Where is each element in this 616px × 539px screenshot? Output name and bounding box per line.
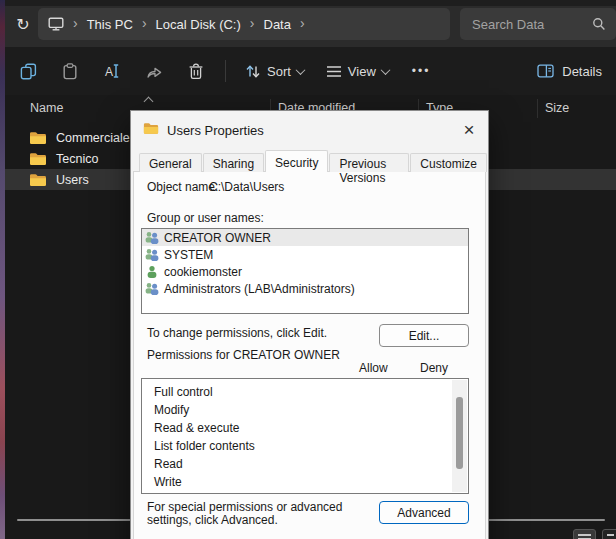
group-user-names-list[interactable]: CREATOR OWNER SYSTEM cookiemonster Admin… bbox=[141, 228, 469, 314]
user-icon bbox=[144, 265, 160, 279]
principal-name: Administrators (LAB\Administrators) bbox=[164, 282, 355, 296]
object-name-label: Object name: bbox=[147, 180, 218, 194]
advanced-note: For special permissions or advanced sett… bbox=[147, 501, 375, 527]
details-pane-button[interactable]: Details bbox=[537, 64, 602, 79]
group-user-names-label: Group or user names: bbox=[147, 211, 264, 225]
users-properties-dialog: Users Properties × General Sharing Secur… bbox=[130, 110, 489, 539]
principal-name: SYSTEM bbox=[164, 248, 213, 262]
paste-button[interactable] bbox=[49, 53, 91, 89]
principal-creator-owner[interactable]: CREATOR OWNER bbox=[142, 229, 468, 246]
view-button[interactable]: View bbox=[315, 53, 400, 89]
svg-text:A: A bbox=[105, 65, 113, 79]
view-icon bbox=[326, 65, 342, 78]
file-name: Users bbox=[56, 173, 89, 187]
permissions-scrollbar-thumb[interactable] bbox=[456, 397, 463, 469]
group-icon bbox=[144, 248, 160, 262]
delete-button[interactable] bbox=[175, 53, 217, 89]
share-icon bbox=[146, 64, 163, 79]
chevron-down-icon bbox=[295, 65, 305, 75]
window-top-edge bbox=[5, 0, 616, 6]
tab-general[interactable]: General bbox=[139, 153, 202, 172]
list-view-toggle-button[interactable] bbox=[573, 529, 596, 539]
sort-button[interactable]: Sort bbox=[234, 53, 315, 89]
chevron-down-icon bbox=[380, 65, 390, 75]
permission-read[interactable]: Read bbox=[142, 455, 468, 473]
details-view-icon bbox=[607, 534, 614, 536]
principal-name: CREATOR OWNER bbox=[164, 231, 271, 245]
paste-icon bbox=[62, 63, 78, 80]
tab-security[interactable]: Security bbox=[265, 150, 328, 172]
view-label: View bbox=[348, 64, 376, 79]
search-box[interactable]: Search Data bbox=[460, 8, 616, 40]
permission-list-folder-contents[interactable]: List folder contents bbox=[142, 437, 468, 455]
column-header-name[interactable]: Name bbox=[30, 101, 63, 115]
list-view-icon bbox=[578, 534, 591, 536]
sort-icon bbox=[245, 64, 261, 79]
permission-modify[interactable]: Modify bbox=[142, 401, 468, 419]
advanced-button[interactable]: Advanced bbox=[379, 501, 469, 524]
breadcrumb-chevron-icon: › bbox=[142, 16, 147, 30]
this-pc-icon bbox=[48, 17, 64, 31]
dialog-tab-strip: General Sharing Security Previous Versio… bbox=[139, 153, 488, 172]
deny-column-label: Deny bbox=[420, 361, 448, 375]
folder-icon bbox=[29, 173, 47, 187]
toolbar-divider bbox=[225, 60, 226, 82]
more-options-button[interactable]: ••• bbox=[400, 64, 443, 78]
tab-sharing[interactable]: Sharing bbox=[203, 153, 264, 172]
copy-button[interactable] bbox=[7, 53, 49, 89]
details-pane-icon bbox=[537, 64, 554, 78]
search-placeholder: Search Data bbox=[472, 17, 592, 32]
search-icon bbox=[592, 17, 606, 31]
breadcrumb-local-disk-c[interactable]: Local Disk (C:) bbox=[156, 17, 241, 32]
permission-write[interactable]: Write bbox=[142, 473, 468, 491]
principal-name: cookiemonster bbox=[164, 265, 242, 279]
tab-previous-versions[interactable]: Previous Versions bbox=[329, 153, 409, 172]
address-bar-row: ↻ › This PC › Local Disk (C:) › Data › S… bbox=[5, 0, 616, 47]
close-icon[interactable]: × bbox=[456, 117, 482, 143]
edit-note: To change permissions, click Edit. bbox=[147, 326, 327, 340]
details-label: Details bbox=[562, 64, 602, 79]
rename-icon: A bbox=[103, 63, 121, 79]
principal-cookiemonster[interactable]: cookiemonster bbox=[142, 263, 468, 280]
details-view-toggle-button[interactable] bbox=[602, 529, 616, 539]
breadcrumb-chevron-icon: › bbox=[73, 16, 78, 30]
folder-icon bbox=[29, 131, 47, 145]
permission-special[interactable]: Special permissions bbox=[142, 491, 468, 494]
principal-system[interactable]: SYSTEM bbox=[142, 246, 468, 263]
permissions-list[interactable]: Full control Modify Read & execute List … bbox=[141, 378, 469, 494]
copy-icon bbox=[20, 63, 37, 80]
column-divider[interactable] bbox=[537, 99, 538, 118]
permission-read-execute[interactable]: Read & execute bbox=[142, 419, 468, 437]
address-bar[interactable]: › This PC › Local Disk (C:) › Data › bbox=[38, 8, 450, 40]
breadcrumb-chevron-icon: › bbox=[300, 16, 305, 30]
group-icon bbox=[144, 282, 160, 296]
dialog-title-bar: Users Properties × bbox=[131, 111, 488, 149]
trash-icon bbox=[188, 63, 204, 80]
breadcrumb-this-pc[interactable]: This PC bbox=[87, 17, 133, 32]
permissions-for-label: Permissions for CREATOR OWNER bbox=[147, 349, 347, 362]
dialog-title: Users Properties bbox=[167, 123, 264, 138]
share-button[interactable] bbox=[133, 53, 175, 89]
group-icon bbox=[144, 231, 160, 245]
breadcrumb-data[interactable]: Data bbox=[264, 17, 291, 32]
permissions-scrollbar[interactable] bbox=[452, 380, 467, 492]
object-name-value: C:\Data\Users bbox=[209, 180, 284, 194]
command-bar: A bbox=[5, 47, 616, 95]
permission-full-control[interactable]: Full control bbox=[142, 383, 468, 401]
file-name: Commerciale bbox=[56, 131, 130, 145]
column-header-size[interactable]: Size bbox=[545, 101, 569, 115]
edit-button[interactable]: Edit... bbox=[379, 324, 469, 347]
rename-button[interactable]: A bbox=[91, 53, 133, 89]
allow-column-label: Allow bbox=[359, 361, 388, 375]
folder-icon bbox=[29, 152, 47, 166]
breadcrumb-chevron-icon: › bbox=[250, 16, 255, 30]
file-name: Tecnico bbox=[56, 152, 98, 166]
principal-administrators[interactable]: Administrators (LAB\Administrators) bbox=[142, 280, 468, 297]
folder-icon bbox=[143, 122, 159, 135]
sort-ascending-icon bbox=[144, 97, 154, 107]
tab-customize[interactable]: Customize bbox=[410, 153, 487, 172]
refresh-button[interactable]: ↻ bbox=[10, 11, 36, 37]
sort-label: Sort bbox=[267, 64, 291, 79]
